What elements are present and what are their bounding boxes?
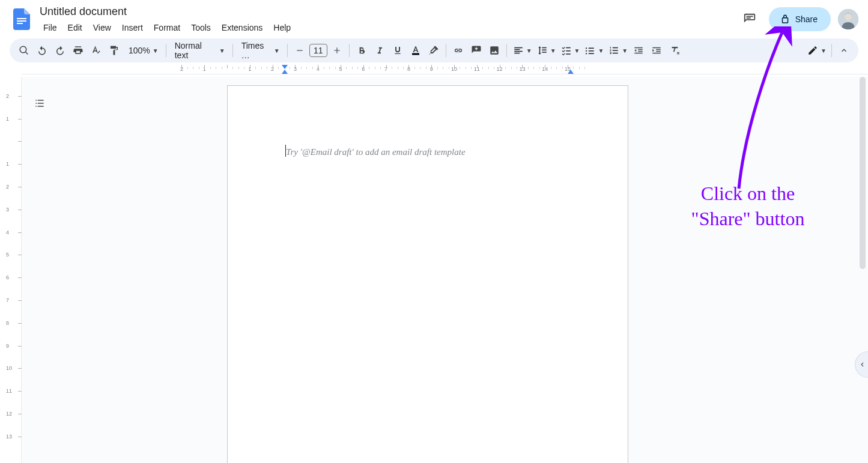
text-color-button[interactable] (407, 42, 424, 59)
clear-formatting-button[interactable] (666, 42, 683, 59)
vertical-scrollbar[interactable] (858, 77, 867, 461)
italic-button[interactable] (371, 42, 388, 59)
outline-icon (34, 97, 46, 109)
placeholder-hint: Try '@Email draft' to add an email draft… (286, 147, 466, 157)
horizontal-ruler-area: 21123456789101112131415 (0, 65, 868, 77)
numbered-list-icon (609, 45, 619, 56)
underline-button[interactable] (389, 42, 406, 59)
docs-icon (13, 8, 30, 30)
paragraph-style-value: Normal text (175, 41, 217, 60)
docs-logo[interactable] (10, 7, 34, 31)
insert-image-button[interactable] (486, 42, 503, 59)
redo-button[interactable] (52, 42, 68, 59)
caret-down-icon: ▼ (821, 47, 827, 54)
undo-button[interactable] (34, 42, 50, 59)
italic-icon (375, 46, 384, 55)
add-comment-button[interactable] (468, 42, 485, 59)
font-family-dropdown[interactable]: Times … ▼ (237, 42, 284, 59)
decrease-indent-button[interactable] (630, 42, 647, 59)
minus-icon (296, 46, 304, 55)
menu-insert[interactable]: Insert (117, 20, 148, 35)
paint-roller-icon (109, 45, 120, 56)
scrollbar-thumb[interactable] (860, 77, 866, 269)
align-dropdown[interactable]: ▼ (511, 42, 533, 59)
horizontal-ruler[interactable]: 21123456789101112131415 (22, 65, 868, 74)
document-canvas[interactable]: Try '@Email draft' to add an email draft… (22, 77, 868, 463)
print-button[interactable] (70, 42, 86, 59)
editor-body: 2112345678910111213 Try '@Email draft' t… (0, 77, 868, 463)
caret-down-icon: ▼ (598, 47, 604, 54)
spellcheck-button[interactable] (88, 42, 105, 59)
bulleted-list-dropdown[interactable]: ▼ (582, 42, 605, 59)
search-menus-button[interactable] (16, 42, 32, 59)
decrease-indent-icon (633, 45, 644, 56)
editing-mode-dropdown[interactable]: ▼ (805, 42, 828, 59)
collapse-toolbar-button[interactable] (836, 42, 852, 59)
document-page[interactable]: Try '@Email draft' to add an email draft… (227, 85, 628, 463)
paint-format-button[interactable] (106, 42, 123, 59)
separator (349, 44, 350, 57)
separator (287, 44, 288, 57)
menu-tools[interactable]: Tools (186, 20, 216, 35)
line-spacing-dropdown[interactable]: ▼ (535, 42, 557, 59)
show-outline-button[interactable] (30, 94, 49, 113)
menu-file[interactable]: File (38, 20, 62, 35)
share-button[interactable]: Share (769, 7, 831, 31)
separator (831, 44, 832, 57)
caret-down-icon: ▼ (219, 47, 225, 54)
svg-rect-2 (17, 23, 23, 24)
separator (166, 44, 166, 57)
svg-rect-6 (412, 53, 419, 55)
bulleted-list-icon (584, 45, 595, 56)
font-family-value: Times … (241, 41, 272, 60)
caret-down-icon: ▼ (622, 47, 628, 54)
clear-formatting-icon (669, 45, 680, 56)
increase-indent-button[interactable] (648, 42, 665, 59)
numbered-list-dropdown[interactable]: ▼ (606, 42, 629, 59)
increase-indent-icon (651, 45, 662, 56)
menu-help[interactable]: Help (269, 20, 296, 35)
menu-extensions[interactable]: Extensions (217, 20, 267, 35)
undo-icon (37, 45, 47, 56)
checklist-dropdown[interactable]: ▼ (559, 42, 581, 59)
share-button-label: Share (795, 14, 818, 24)
align-left-icon (513, 45, 524, 56)
search-icon (19, 45, 29, 56)
link-icon (453, 45, 464, 56)
caret-down-icon: ▼ (550, 47, 556, 54)
svg-point-4 (845, 13, 852, 20)
svg-rect-1 (17, 20, 26, 22)
decrease-font-size-button[interactable] (291, 42, 308, 59)
menu-view[interactable]: View (88, 20, 116, 35)
checklist-icon (561, 45, 572, 56)
bold-icon (357, 46, 366, 55)
comment-history-button[interactable] (738, 7, 762, 31)
separator (506, 44, 507, 57)
insert-link-button[interactable] (450, 42, 467, 59)
svg-rect-0 (17, 18, 26, 19)
bold-button[interactable] (353, 42, 370, 59)
vertical-ruler[interactable]: 2112345678910111213 (0, 77, 22, 463)
image-icon (489, 45, 500, 56)
print-icon (73, 45, 83, 56)
caret-down-icon: ▼ (274, 47, 280, 54)
paragraph-style-dropdown[interactable]: Normal text ▼ (170, 42, 229, 59)
add-comment-icon (471, 45, 482, 56)
text-color-icon (410, 45, 421, 56)
pencil-icon (807, 45, 818, 56)
zoom-value: 100% (129, 46, 150, 55)
chevron-up-icon (839, 46, 849, 55)
increase-font-size-button[interactable] (329, 42, 345, 59)
caret-down-icon: ▼ (153, 47, 159, 54)
highlight-color-button[interactable] (425, 42, 442, 59)
document-title[interactable]: Untitled document (36, 4, 296, 19)
font-size-input[interactable]: 11 (309, 44, 327, 57)
account-avatar[interactable] (838, 9, 858, 29)
spellcheck-icon (91, 45, 102, 56)
toolbar: 100% ▼ Normal text ▼ Times … ▼ 11 (10, 38, 858, 62)
menu-format[interactable]: Format (149, 20, 185, 35)
highlighter-icon (428, 45, 439, 56)
menu-edit[interactable]: Edit (63, 20, 87, 35)
zoom-dropdown[interactable]: 100% ▼ (124, 42, 162, 59)
line-spacing-icon (537, 45, 548, 56)
